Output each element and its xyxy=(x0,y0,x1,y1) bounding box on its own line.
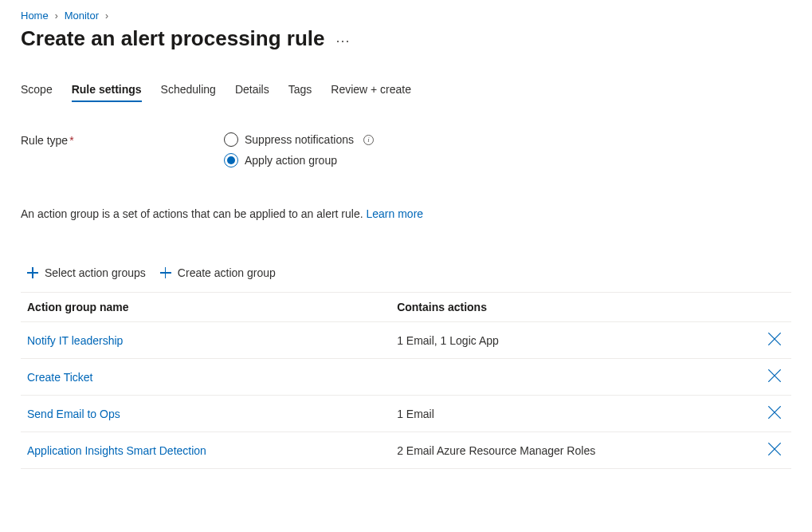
radio-suppress-notifications[interactable]: Suppress notifications i xyxy=(224,132,374,147)
tab-scope[interactable]: Scope xyxy=(21,83,53,102)
info-icon[interactable]: i xyxy=(363,135,374,145)
plus-icon xyxy=(160,267,171,278)
table-header-delete xyxy=(756,293,791,322)
delete-row-icon[interactable] xyxy=(766,440,783,458)
delete-row-icon[interactable] xyxy=(766,330,783,348)
delete-row-icon[interactable] xyxy=(766,367,783,384)
action-group-link[interactable]: Notify IT leadership xyxy=(27,334,123,347)
action-groups-table: Action group name Contains actions Notif… xyxy=(21,292,791,469)
breadcrumb: Home › Monitor › xyxy=(21,10,791,22)
create-action-group-button[interactable]: Create action group xyxy=(159,263,277,282)
action-group-link[interactable]: Application Insights Smart Detection xyxy=(27,444,206,457)
table-row: Create Ticket xyxy=(21,359,791,396)
more-actions-icon[interactable]: ⋯ xyxy=(335,29,351,48)
radio-label: Apply action group xyxy=(245,154,337,167)
tab-rule-settings[interactable]: Rule settings xyxy=(72,83,142,102)
action-group-contains: 1 Email, 1 Logic App xyxy=(390,322,756,359)
action-group-contains: 2 Email Azure Resource Manager Roles xyxy=(390,432,756,469)
action-group-contains xyxy=(390,359,756,396)
plus-icon xyxy=(27,267,38,278)
tab-details[interactable]: Details xyxy=(235,83,269,102)
radio-label: Suppress notifications xyxy=(245,133,354,146)
table-row: Application Insights Smart Detection 2 E… xyxy=(21,432,791,469)
table-header-name: Action group name xyxy=(21,293,390,322)
select-action-groups-button[interactable]: Select action groups xyxy=(25,263,147,282)
tabs: Scope Rule settings Scheduling Details T… xyxy=(21,83,791,102)
table-row: Send Email to Ops 1 Email xyxy=(21,396,791,432)
action-group-contains: 1 Email xyxy=(390,396,756,432)
tab-review-create[interactable]: Review + create xyxy=(331,83,411,102)
required-marker: * xyxy=(69,134,73,147)
action-group-link[interactable]: Create Ticket xyxy=(27,371,92,384)
tab-tags[interactable]: Tags xyxy=(288,83,312,102)
tab-scheduling[interactable]: Scheduling xyxy=(161,83,216,102)
radio-apply-action-group[interactable]: Apply action group xyxy=(224,153,374,167)
page-title: Create an alert processing rule xyxy=(21,26,324,51)
chevron-right-icon: › xyxy=(105,10,108,22)
rule-type-label: Rule type* xyxy=(21,132,224,147)
delete-row-icon[interactable] xyxy=(766,404,783,421)
learn-more-link[interactable]: Learn more xyxy=(367,207,424,220)
breadcrumb-home[interactable]: Home xyxy=(21,10,49,22)
radio-icon xyxy=(224,132,238,147)
action-group-link[interactable]: Send Email to Ops xyxy=(27,408,120,420)
radio-icon xyxy=(224,153,238,167)
table-header-contains: Contains actions xyxy=(390,293,756,322)
rule-type-radio-group: Suppress notifications i Apply action gr… xyxy=(224,132,374,167)
table-row: Notify IT leadership 1 Email, 1 Logic Ap… xyxy=(21,322,791,359)
chevron-right-icon: › xyxy=(55,10,58,22)
breadcrumb-monitor[interactable]: Monitor xyxy=(65,10,99,22)
action-group-description: An action group is a set of actions that… xyxy=(21,207,791,220)
